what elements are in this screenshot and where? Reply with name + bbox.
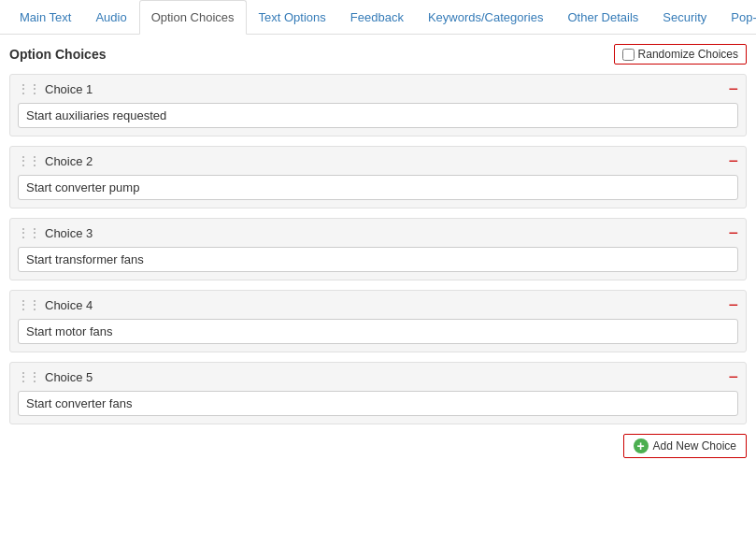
tab-bar: Main TextAudioOption ChoicesText Options…	[0, 0, 756, 35]
remove-choice-button-4[interactable]: −	[728, 296, 738, 313]
randomize-button[interactable]: Randomize Choices	[614, 44, 747, 65]
choice-input-5[interactable]	[18, 391, 738, 416]
add-choice-label: Add New Choice	[653, 439, 736, 453]
choice-label-4: ⋮⋮ Choice 4	[18, 298, 93, 312]
choice-block-4: ⋮⋮ Choice 4 −	[9, 290, 747, 352]
choice-title-1: Choice 1	[45, 82, 93, 96]
choice-header-3: ⋮⋮ Choice 3 −	[18, 224, 738, 241]
choice-label-5: ⋮⋮ Choice 5	[18, 370, 93, 384]
tab-main-text[interactable]: Main Text	[7, 0, 83, 35]
drag-handle-2[interactable]: ⋮⋮	[18, 154, 40, 167]
choice-header-1: ⋮⋮ Choice 1 −	[18, 80, 738, 97]
choice-input-2[interactable]	[18, 175, 738, 200]
choice-input-3[interactable]	[18, 247, 738, 272]
remove-choice-button-5[interactable]: −	[728, 368, 738, 385]
choice-input-1[interactable]	[18, 103, 738, 128]
remove-choice-button-2[interactable]: −	[728, 152, 738, 169]
add-choice-area: + Add New Choice	[9, 434, 747, 458]
choice-label-1: ⋮⋮ Choice 1	[18, 82, 93, 96]
section-header-row: Option Choices Randomize Choices	[9, 44, 747, 65]
choice-title-2: Choice 2	[45, 154, 93, 168]
choice-block-2: ⋮⋮ Choice 2 −	[9, 146, 747, 208]
choice-label-3: ⋮⋮ Choice 3	[18, 226, 93, 240]
choice-block-5: ⋮⋮ Choice 5 −	[9, 362, 747, 424]
randomize-label: Randomize Choices	[638, 48, 738, 61]
choice-title-5: Choice 5	[45, 370, 93, 384]
choice-block-3: ⋮⋮ Choice 3 −	[9, 218, 747, 280]
choice-header-2: ⋮⋮ Choice 2 −	[18, 152, 738, 169]
tab-text-options[interactable]: Text Options	[247, 0, 338, 35]
choice-block-1: ⋮⋮ Choice 1 −	[9, 74, 747, 136]
choice-header-4: ⋮⋮ Choice 4 −	[18, 296, 738, 313]
tab-security[interactable]: Security	[650, 0, 719, 35]
plus-icon: +	[634, 438, 649, 453]
drag-handle-1[interactable]: ⋮⋮	[18, 82, 40, 95]
remove-choice-button-1[interactable]: −	[728, 80, 738, 97]
tab-option-choices[interactable]: Option Choices	[139, 0, 247, 35]
drag-handle-3[interactable]: ⋮⋮	[18, 226, 40, 239]
choices-container: ⋮⋮ Choice 1 − ⋮⋮ Choice 2 − ⋮⋮ Choice 3	[9, 74, 747, 424]
choice-label-2: ⋮⋮ Choice 2	[18, 154, 93, 168]
drag-handle-5[interactable]: ⋮⋮	[18, 370, 40, 383]
choice-title-3: Choice 3	[45, 226, 93, 240]
tab-audio[interactable]: Audio	[83, 0, 138, 35]
drag-handle-4[interactable]: ⋮⋮	[18, 298, 40, 311]
section-title: Option Choices	[9, 47, 106, 62]
add-new-choice-button[interactable]: + Add New Choice	[623, 434, 747, 458]
tab-other-details[interactable]: Other Details	[555, 0, 650, 35]
tab-pop-up-boxes[interactable]: Pop-Up Boxes	[719, 0, 756, 35]
randomize-checkbox[interactable]	[622, 49, 635, 61]
tab-feedback[interactable]: Feedback	[338, 0, 416, 35]
page-content: Option Choices Randomize Choices ⋮⋮ Choi…	[0, 35, 756, 542]
choice-header-5: ⋮⋮ Choice 5 −	[18, 368, 738, 385]
remove-choice-button-3[interactable]: −	[728, 224, 738, 241]
choice-input-4[interactable]	[18, 319, 738, 344]
choice-title-4: Choice 4	[45, 298, 93, 312]
tab-keywordscategories[interactable]: Keywords/Categories	[416, 0, 556, 35]
